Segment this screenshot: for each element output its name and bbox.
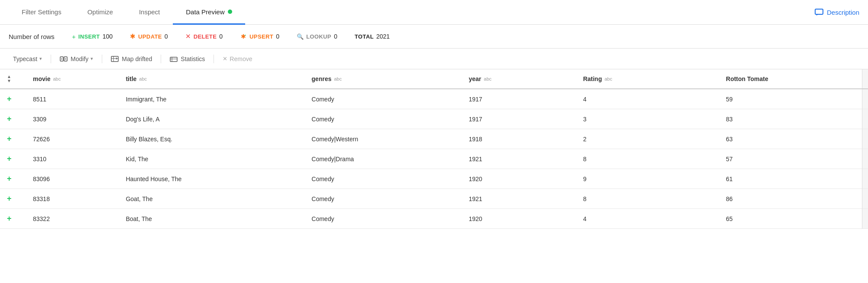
cell-title: Immigrant, The [119,89,304,109]
nav-optimize-label: Optimize [87,8,113,16]
map-drifted-button[interactable]: Map drifted [107,53,156,65]
number-of-rows-label: Number of rows [9,33,55,40]
col-genres-label: genres [311,75,331,82]
lookup-name: LOOKUP [306,33,331,40]
col-year-type: abc [484,76,492,81]
update-value: 0 [165,33,168,40]
statistics-icon [170,55,178,63]
nav-filter-settings[interactable]: Filter Settings [9,0,74,25]
remove-x-icon: ✕ [223,55,227,62]
lookup-value: 0 [334,33,337,40]
col-rotton-tomato[interactable]: Rotton Tomate [719,69,862,89]
modify-button[interactable]: Modify ▾ [55,53,97,65]
active-dot [228,10,232,14]
col-movie-type: abc [53,76,61,81]
col-movie[interactable]: movie abc [26,69,119,89]
stat-update: ✱ UPDATE 0 [130,33,168,40]
cell-movie: 83318 [26,189,119,209]
stats-bar: Number of rows + INSERT 100 ✱ UPDATE 0 ✕… [0,25,868,49]
cell-movie: 8511 [26,89,119,109]
cell-genres: Comedy [304,169,462,189]
col-title[interactable]: title abc [119,69,304,89]
cell-title: Haunted House, The [119,169,304,189]
col-rating-type: abc [605,76,612,81]
upsert-star-icon: ✱ + [240,33,247,40]
cell-rotton_tomato: 83 [719,109,862,129]
separator-1 [51,55,51,63]
cell-year: 1920 [462,169,576,189]
scrollbar-cell [862,189,868,209]
modify-chevron-icon: ▾ [91,56,93,62]
insert-icon: + [72,33,76,40]
total-name: TOTAL [355,33,374,40]
stat-upsert: ✱ + UPSERT 0 [240,33,279,40]
typecast-button[interactable]: Typecast ▾ [9,53,46,65]
table-row: +8511Immigrant, TheComedy1917459 [0,89,868,109]
typecast-chevron-icon: ▾ [39,56,42,62]
stat-lookup: 🔍 LOOKUP 0 [297,33,337,40]
nav-inspect-label: Inspect [139,8,160,16]
nav-filter-settings-label: Filter Settings [22,8,62,16]
delete-value: 0 [219,33,223,40]
stat-delete: ✕ DELETE 0 [185,33,223,40]
nav-inspect[interactable]: Inspect [126,0,173,25]
table-header-row: ▲▼ movie abc title abc [0,69,868,89]
insert-icon-cell: + [0,209,26,229]
scrollbar-spacer [862,69,868,89]
cell-rating: 4 [576,209,719,229]
remove-button[interactable]: ✕ Remove [218,53,256,65]
nav-optimize[interactable]: Optimize [74,0,126,25]
sort-arrows-icon[interactable]: ▲▼ [7,75,11,83]
cell-rating: 8 [576,189,719,209]
description-button[interactable]: Description [815,9,859,16]
comment-icon [815,9,823,16]
cell-genres: Comedy [304,109,462,129]
cell-rotton_tomato: 63 [719,129,862,149]
toolbar: Typecast ▾ Modify ▾ Map drifted Statisti [0,49,868,69]
scrollbar-cell [862,209,868,229]
table-row: +3310Kid, TheComedy|Drama1921857 [0,149,868,169]
table-row: +83322Boat, TheComedy1920465 [0,209,868,229]
cell-rating: 8 [576,149,719,169]
statistics-button[interactable]: Statistics [165,53,209,65]
top-nav: Filter Settings Optimize Inspect Data Pr… [0,0,868,25]
col-year-label: year [469,75,481,82]
cell-title: Boat, The [119,209,304,229]
table-row: +3309Dog's Life, AComedy1917383 [0,109,868,129]
cell-rating: 9 [576,169,719,189]
cell-title: Billy Blazes, Esq. [119,129,304,149]
nav-data-preview[interactable]: Data Preview [173,0,245,25]
cell-genres: Comedy|Western [304,129,462,149]
cell-year: 1920 [462,209,576,229]
col-movie-label: movie [33,75,50,82]
cell-year: 1921 [462,149,576,169]
col-sort[interactable]: ▲▼ [0,69,26,89]
description-label: Description [827,9,859,16]
col-rating[interactable]: Rating abc [576,69,719,89]
col-genres[interactable]: genres abc [304,69,462,89]
col-rotton-tomato-label: Rotton Tomate [726,75,768,82]
cell-genres: Comedy [304,89,462,109]
stat-insert: + INSERT 100 [72,33,113,40]
cell-rating: 2 [576,129,719,149]
table-row: +83318Goat, TheComedy1921886 [0,189,868,209]
cell-movie: 83096 [26,169,119,189]
separator-3 [161,55,161,63]
cell-title: Kid, The [119,149,304,169]
table-row: +72626Billy Blazes, Esq.Comedy|Western19… [0,129,868,149]
upsert-name: UPSERT [249,33,273,40]
cell-rotton_tomato: 86 [719,189,862,209]
map-drifted-label: Map drifted [122,55,152,62]
cell-genres: Comedy [304,189,462,209]
scrollbar-cell [862,109,868,129]
insert-name: INSERT [78,33,100,40]
col-title-type: abc [139,76,147,81]
cell-rotton_tomato: 65 [719,209,862,229]
col-year[interactable]: year abc [462,69,576,89]
cell-genres: Comedy [304,209,462,229]
cell-year: 1918 [462,129,576,149]
delete-name: DELETE [194,33,217,40]
cell-rotton_tomato: 57 [719,149,862,169]
modify-icon [60,55,68,63]
scrollbar-cell [862,149,868,169]
